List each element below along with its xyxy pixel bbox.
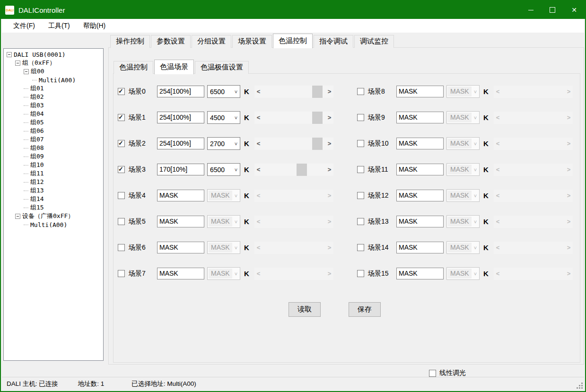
tab-指令调试[interactable]: 指令调试	[314, 35, 353, 48]
scene-kelvin-scrollbar[interactable]: < >	[254, 138, 333, 150]
tab-参数设置[interactable]: 参数设置	[151, 35, 191, 48]
scene-kelvin-dropdown[interactable]: MASK ˅	[446, 111, 480, 124]
tab-场景设置[interactable]: 场景设置	[232, 35, 272, 48]
tree-item[interactable]: 组06	[4, 127, 103, 135]
scene-level-input[interactable]: MASK	[396, 112, 444, 123]
scene-level-input[interactable]: MASK	[396, 216, 444, 227]
tab-调试监控[interactable]: 调试监控	[354, 35, 394, 48]
tree-item[interactable]: 组04	[4, 110, 103, 118]
scene-checkbox[interactable]	[357, 114, 364, 121]
scene-kelvin-dropdown[interactable]: MASK ˅	[446, 163, 480, 176]
scroll-left-icon[interactable]: <	[254, 112, 262, 124]
scene-level-input[interactable]: MASK	[396, 190, 444, 201]
scene-level-input[interactable]: MASK	[396, 164, 444, 175]
tab-色温控制[interactable]: 色温控制	[273, 34, 313, 48]
scroll-left-icon[interactable]: <	[494, 268, 502, 280]
tree-item[interactable]: 组03	[4, 101, 103, 110]
scene-kelvin-dropdown[interactable]: MASK ˅	[207, 241, 240, 254]
scroll-left-icon[interactable]: <	[494, 242, 502, 254]
tree-item[interactable]: Multi(A00)	[4, 76, 103, 84]
menu-item[interactable]: 工具(T)	[42, 22, 77, 30]
scroll-left-icon[interactable]: <	[254, 216, 262, 228]
close-button[interactable]: ✕	[563, 1, 585, 19]
tree-item[interactable]: 组02	[4, 93, 103, 101]
menu-item[interactable]: 文件(F)	[7, 22, 42, 30]
scene-level-input[interactable]: 254[100%]	[157, 138, 204, 149]
scroll-right-icon[interactable]: >	[325, 242, 333, 254]
tree-item[interactable]: Multi(A00)	[4, 220, 103, 229]
scene-kelvin-dropdown[interactable]: 2700 ˅	[207, 137, 240, 150]
scene-kelvin-scrollbar[interactable]: < >	[494, 164, 573, 176]
tree-item[interactable]: 组01	[4, 84, 103, 93]
tree-collapse-icon[interactable]	[15, 214, 20, 219]
scroll-left-icon[interactable]: <	[494, 86, 502, 98]
scroll-left-icon[interactable]: <	[254, 190, 262, 202]
tree-collapse-icon[interactable]	[7, 52, 12, 57]
scroll-right-icon[interactable]: >	[325, 190, 333, 202]
scene-kelvin-dropdown[interactable]: 4500 ˅	[207, 111, 240, 124]
scene-kelvin-dropdown[interactable]: MASK ˅	[446, 267, 480, 280]
tree-item[interactable]: DALI USB(0001)	[4, 50, 103, 59]
scene-checkbox[interactable]	[118, 166, 125, 173]
scroll-right-icon[interactable]: >	[565, 242, 573, 254]
scene-kelvin-scrollbar[interactable]: < >	[254, 268, 333, 280]
scroll-right-icon[interactable]: >	[565, 138, 573, 150]
minimize-button[interactable]	[520, 1, 542, 19]
scene-kelvin-scrollbar[interactable]: < >	[494, 86, 573, 98]
scroll-right-icon[interactable]: >	[325, 86, 333, 98]
scene-level-input[interactable]: MASK	[157, 268, 204, 279]
scroll-left-icon[interactable]: <	[254, 268, 262, 280]
scene-kelvin-scrollbar[interactable]: < >	[254, 190, 333, 202]
scroll-right-icon[interactable]: >	[565, 164, 573, 176]
scroll-left-icon[interactable]: <	[254, 86, 262, 98]
scene-level-input[interactable]: MASK	[396, 268, 444, 279]
tab-操作控制[interactable]: 操作控制	[110, 35, 150, 48]
scroll-left-icon[interactable]: <	[494, 190, 502, 202]
tree-item[interactable]: 组12	[4, 178, 103, 186]
scroll-right-icon[interactable]: >	[565, 216, 573, 228]
scene-level-input[interactable]: MASK	[396, 86, 444, 97]
resize-grip[interactable]	[581, 387, 583, 389]
scene-checkbox[interactable]	[118, 88, 125, 95]
scene-checkbox[interactable]	[357, 244, 364, 251]
scroll-right-icon[interactable]: >	[325, 216, 333, 228]
scene-kelvin-dropdown[interactable]: MASK ˅	[446, 241, 480, 254]
scroll-right-icon[interactable]: >	[325, 138, 333, 150]
scene-kelvin-scrollbar[interactable]: < >	[494, 138, 573, 150]
tree-item[interactable]: 组05	[4, 118, 103, 127]
scroll-right-icon[interactable]: >	[565, 112, 573, 124]
scroll-left-icon[interactable]: <	[254, 138, 262, 150]
scene-level-input[interactable]: 254[100%]	[157, 86, 204, 97]
scrollbar-thumb[interactable]	[297, 164, 307, 176]
tree-item[interactable]: 设备（广播0xFF）	[4, 212, 103, 220]
tree-item[interactable]: 组11	[4, 169, 103, 178]
scroll-right-icon[interactable]: >	[325, 112, 333, 124]
scroll-left-icon[interactable]: <	[494, 112, 502, 124]
scene-checkbox[interactable]	[357, 218, 364, 225]
scene-level-input[interactable]: MASK	[157, 190, 204, 201]
save-button[interactable]: 保存	[349, 302, 381, 317]
scene-level-input[interactable]: MASK	[157, 242, 204, 253]
tree-item[interactable]: 组09	[4, 152, 103, 161]
scene-level-input[interactable]: 254[100%]	[157, 112, 204, 123]
scroll-right-icon[interactable]: >	[325, 164, 333, 176]
scene-kelvin-dropdown[interactable]: MASK ˅	[207, 189, 240, 202]
tree-item[interactable]: 组15	[4, 203, 103, 212]
scene-checkbox[interactable]	[357, 88, 364, 95]
scene-kelvin-dropdown[interactable]: MASK ˅	[207, 215, 240, 228]
tab-分组设置[interactable]: 分组设置	[192, 35, 231, 48]
scene-kelvin-dropdown[interactable]: MASK ˅	[446, 215, 480, 228]
scene-checkbox[interactable]	[357, 140, 364, 147]
tree-item[interactable]: 组14	[4, 195, 103, 203]
tab-色温极值设置[interactable]: 色温极值设置	[195, 61, 249, 74]
scene-kelvin-scrollbar[interactable]: < >	[254, 112, 333, 124]
scene-kelvin-scrollbar[interactable]: < >	[494, 112, 573, 124]
scrollbar-thumb[interactable]	[312, 138, 323, 150]
scroll-right-icon[interactable]: >	[565, 268, 573, 280]
scrollbar-thumb[interactable]	[312, 86, 323, 98]
tree-item[interactable]: 组10	[4, 161, 103, 169]
scene-kelvin-scrollbar[interactable]: < >	[254, 164, 333, 176]
scene-checkbox[interactable]	[118, 114, 125, 121]
tree-item[interactable]: 组00	[4, 67, 103, 76]
scene-kelvin-dropdown[interactable]: MASK ˅	[446, 189, 480, 202]
